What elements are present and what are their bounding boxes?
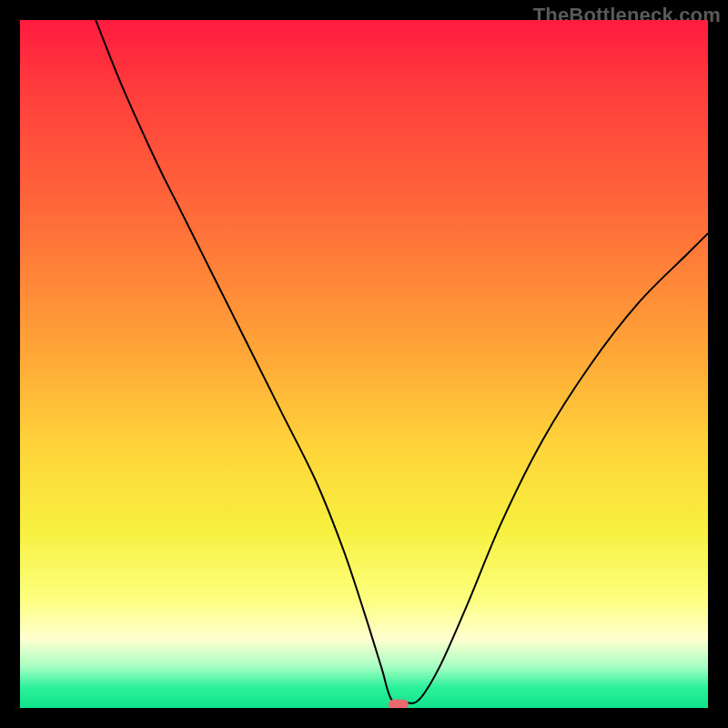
plot-area	[20, 20, 708, 708]
optimum-marker	[389, 700, 409, 708]
chart-background	[20, 20, 708, 708]
chart-frame: TheBottleneck.com	[0, 0, 728, 728]
chart-svg	[20, 20, 708, 708]
